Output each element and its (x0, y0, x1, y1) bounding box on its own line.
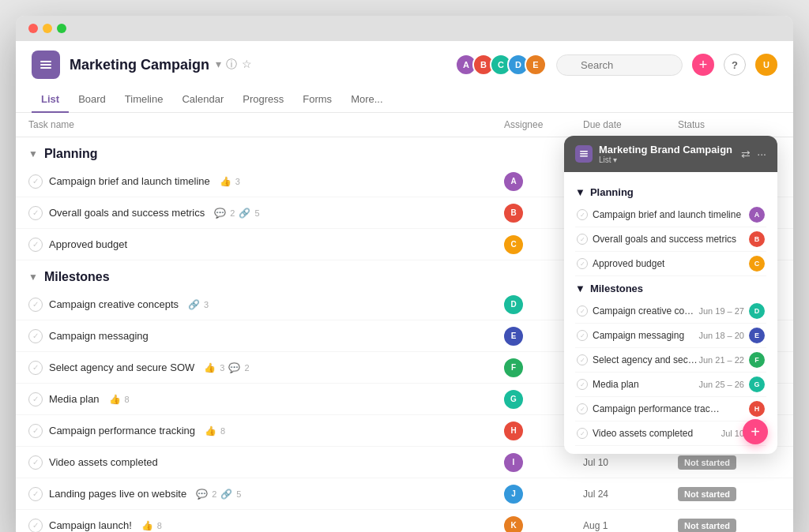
task-meta: 👍 3 (220, 176, 240, 187)
status-cell: Not started (678, 455, 781, 470)
task-name: Select agency and secure SOW (49, 362, 194, 373)
tab-timeline[interactable]: Timeline (115, 87, 173, 113)
assignee-cell: K (504, 516, 583, 533)
task-meta: 🔗 3 (188, 299, 209, 310)
task-name: Video assets completed (49, 456, 158, 468)
tab-progress[interactable]: Progress (233, 87, 293, 113)
search-input[interactable] (556, 54, 683, 76)
maximize-button[interactable] (57, 24, 66, 33)
user-avatar[interactable]: U (755, 54, 777, 76)
overlay-task-name: Campaign messaging (593, 330, 684, 341)
task-name: Landing pages live on website (49, 488, 186, 500)
comment-icon: 💬 (214, 208, 226, 219)
status-badge: Not started (678, 455, 736, 470)
tab-forms[interactable]: Forms (293, 87, 341, 113)
task-name-cell: ✓ Overall goals and success metrics 💬 2 … (28, 206, 504, 220)
check-icon[interactable]: ✓ (28, 519, 43, 533)
task-name-cell: ✓ Approved budget (28, 238, 504, 252)
task-name-cell: ✓ Campaign messaging (28, 329, 504, 343)
comment-count: 2 (244, 363, 249, 373)
overlay-task-name: Media plan (593, 379, 639, 390)
status-badge: Not started (678, 519, 736, 532)
tab-more[interactable]: More... (341, 87, 392, 113)
overlay-more-icon[interactable]: ··· (757, 148, 766, 160)
overlay-task-date: Jun 25 – 26 (699, 380, 745, 389)
overlay-task-left: ✓ Campaign performance trac… (577, 403, 744, 414)
app-window: Marketing Campaign ▾ ⓘ ☆ A B C (16, 16, 793, 532)
tab-calendar[interactable]: Calendar (172, 87, 233, 113)
link-icon: 🔗 (188, 299, 200, 310)
overlay-task-avatar: E (749, 328, 765, 343)
status-cell: Not started (678, 518, 781, 532)
search-wrap: 🔍 (556, 54, 683, 76)
assignee-cell: I (504, 453, 583, 472)
overlay-task-left: ✓ Media plan (577, 379, 699, 390)
comment-count: 2 (212, 489, 216, 499)
link-count: 5 (236, 489, 241, 499)
minimize-button[interactable] (43, 24, 52, 33)
check-icon[interactable]: ✓ (28, 329, 43, 343)
project-info: Marketing Campaign ▾ ⓘ ☆ (32, 51, 252, 79)
tab-board[interactable]: Board (69, 87, 115, 113)
overlay-task-name: Overall goals and success metrics (593, 234, 736, 245)
task-name-cell: ✓ Campaign launch! 👍 8 (28, 519, 504, 533)
assignee-avatar: A (504, 172, 523, 191)
check-icon[interactable]: ✓ (28, 174, 43, 189)
overlay-section-planning: ▼ Planning (575, 186, 766, 198)
task-name: Campaign messaging (49, 330, 149, 342)
assignee-avatar: E (504, 327, 523, 346)
assignee-avatar: C (504, 235, 523, 254)
check-icon[interactable]: ✓ (28, 487, 43, 501)
svg-rect-0 (40, 61, 51, 62)
task-name: Overall goals and success metrics (49, 207, 205, 219)
check-icon[interactable]: ✓ (28, 206, 43, 220)
check-icon[interactable]: ✓ (28, 424, 43, 438)
assignee-avatar: K (504, 516, 523, 533)
app-container: Marketing Campaign ▾ ⓘ ☆ A B C (16, 41, 793, 532)
list-item: ✓ Campaign creative con… Jun 19 – 27 D (575, 299, 766, 324)
overlay-title-group: Marketing Brand Campaign List ▾ (599, 144, 732, 164)
overlay-settings-icon[interactable]: ⇄ (741, 148, 751, 160)
add-button[interactable]: + (692, 54, 714, 76)
check-icon[interactable]: ✓ (28, 298, 43, 312)
check-icon: ✓ (577, 428, 588, 439)
overlay-task-name: Select agency and sec… (593, 354, 698, 365)
list-item: ✓ Overall goals and success metrics B (575, 227, 766, 252)
check-icon[interactable]: ✓ (28, 455, 43, 470)
task-name-cell: ✓ Campaign performance tracking 👍 8 (28, 424, 504, 438)
table-header: Task name Assignee Due date Status (16, 113, 793, 137)
overlay-fab-button[interactable]: + (743, 419, 768, 444)
assignee-avatar: G (504, 390, 523, 409)
check-icon[interactable]: ✓ (28, 361, 43, 375)
svg-rect-5 (580, 155, 588, 157)
overlay-task-avatar: A (749, 207, 765, 223)
check-icon[interactable]: ✓ (28, 392, 43, 406)
like-icon: 👍 (141, 520, 153, 531)
overlay-task-name: Campaign brief and launch timeline (593, 209, 741, 220)
like-count: 3 (235, 177, 240, 186)
overlay-task-avatar: D (749, 303, 765, 319)
list-item: ✓ Approved budget C (575, 252, 766, 276)
tab-list[interactable]: List (32, 87, 69, 113)
close-button[interactable] (28, 24, 38, 33)
task-name: Campaign launch! (49, 519, 132, 531)
task-name: Campaign creative concepts (49, 298, 179, 310)
list-item: ✓ Media plan Jun 25 – 26 G (575, 373, 766, 397)
overlay-task-left: ✓ Campaign creative con… (577, 305, 699, 317)
help-button[interactable]: ? (724, 54, 746, 76)
project-title-icons: ▾ ⓘ ☆ (216, 58, 252, 72)
dropdown-icon[interactable]: ▾ (216, 58, 221, 72)
check-icon[interactable]: ✓ (28, 238, 43, 252)
list-item: ✓ Video assets completed Jul 10 I (575, 421, 766, 446)
info-icon[interactable]: ⓘ (226, 58, 237, 72)
avatar: E (525, 54, 547, 76)
task-name-cell: ✓ Campaign creative concepts 🔗 3 (28, 298, 504, 312)
check-icon: ✓ (577, 305, 588, 317)
project-title-group: Marketing Campaign ▾ ⓘ ☆ (70, 57, 252, 73)
task-name-cell: ✓ Landing pages live on website 💬 2 🔗 5 (28, 487, 504, 501)
task-name: Campaign brief and launch timeline (49, 175, 210, 187)
list-item: ✓ Campaign performance trac… H (575, 397, 766, 421)
overlay-header: Marketing Brand Campaign List ▾ ⇄ ··· (564, 136, 777, 172)
task-name: Approved budget (49, 238, 127, 250)
star-icon[interactable]: ☆ (242, 58, 252, 72)
